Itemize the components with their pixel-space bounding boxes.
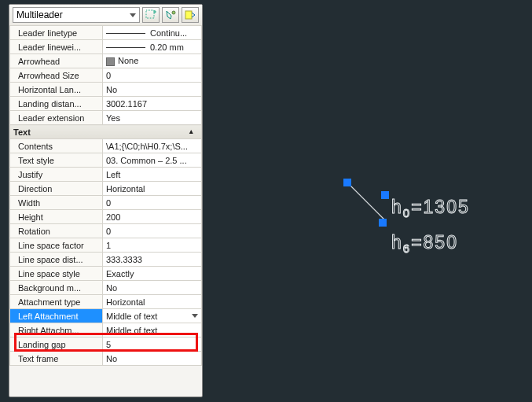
row-leader-extension[interactable]: Leader extension Yes (10, 111, 202, 125)
row-arrowhead[interactable]: Arrowhead None (10, 54, 202, 68)
grip-text[interactable] (381, 191, 389, 199)
row-text-frame[interactable]: Text frameNo (10, 352, 202, 366)
row-height[interactable]: Height200 (10, 210, 202, 224)
grip-landing[interactable] (379, 219, 387, 227)
row-landing-distance[interactable]: Landing distan... 3002.1167 (10, 97, 202, 111)
leader-line (204, 0, 532, 402)
collapse-icon: ▴ (189, 127, 198, 135)
row-arrowhead-size[interactable]: Arrowhead Size 0 (10, 68, 202, 83)
panel-toolbar: Multileader (9, 5, 202, 25)
row-horizontal-landing[interactable]: Horizontal Lan... No (10, 83, 202, 97)
mtext-line-1[interactable]: h0=1305 (391, 197, 470, 219)
toggle-pick-button[interactable] (182, 7, 199, 23)
row-text-style[interactable]: Text style03. Common – 2.5 ... (10, 153, 202, 168)
linetype-preview-icon (106, 33, 145, 34)
row-background-mask[interactable]: Background m...No (10, 281, 202, 295)
section-header-text[interactable]: Text▴ (10, 125, 202, 139)
svg-rect-0 (146, 10, 154, 18)
svg-rect-4 (185, 11, 192, 19)
svg-point-3 (172, 11, 175, 14)
row-line-space-style[interactable]: Line space styleExactly (10, 267, 202, 281)
object-type-select[interactable]: Multileader (13, 7, 140, 23)
arrowhead-swatch-icon (106, 57, 115, 66)
row-justify[interactable]: JustifyLeft (10, 168, 202, 182)
row-landing-gap[interactable]: Landing gap5 (10, 337, 202, 352)
chevron-down-icon (130, 13, 136, 17)
row-line-space-factor[interactable]: Line space factor1 (10, 238, 202, 253)
row-leader-linetype[interactable]: Leader linetype Continu... (10, 26, 202, 40)
mtext-line-2[interactable]: h6=850 (391, 232, 458, 255)
row-leader-lineweight[interactable]: Leader linewei... 0.20 mm (10, 40, 202, 54)
row-direction[interactable]: DirectionHorizontal (10, 182, 202, 196)
properties-table: Leader linetype Continu... Leader linewe… (9, 25, 202, 366)
object-type-value: Multileader (17, 9, 63, 20)
chevron-down-icon (192, 314, 198, 318)
row-right-attachment[interactable]: Right Attachm...Middle of text (10, 323, 202, 337)
svg-line-5 (347, 183, 385, 220)
properties-panel: Multileader Leader linetype Continu... L… (9, 4, 203, 397)
grip-arrow[interactable] (343, 179, 351, 186)
quick-select-button[interactable] (162, 7, 179, 23)
row-attachment-type[interactable]: Attachment typeHorizontal (10, 295, 202, 309)
row-left-attachment[interactable]: Left Attachment Middle of text (10, 309, 202, 323)
row-width[interactable]: Width0 (10, 196, 202, 210)
row-line-space-distance[interactable]: Line space dist...333.3333 (10, 253, 202, 267)
row-contents[interactable]: Contents\A1;{\C0;h\H0.7x;\S... (10, 139, 202, 153)
add-selection-button[interactable] (142, 7, 160, 23)
lineweight-preview-icon (106, 47, 145, 48)
drawing-viewport[interactable]: h0=1305 h6=850 (204, 0, 532, 402)
row-rotation[interactable]: Rotation0 (10, 224, 202, 238)
